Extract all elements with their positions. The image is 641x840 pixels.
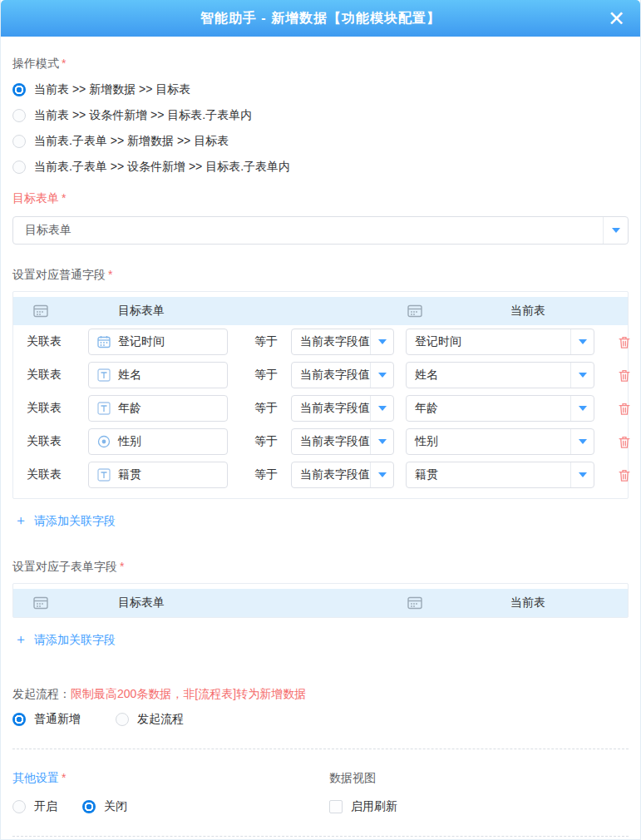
target-field-name: 籍贯 [118, 467, 141, 482]
operation-mode-option-3[interactable]: 当前表.子表单 >> 新增数据 >> 目标表 [12, 134, 629, 149]
target-field-box[interactable]: 籍贯 [88, 462, 228, 488]
plus-icon: ＋ [14, 631, 27, 649]
required-mark: * [62, 191, 66, 205]
table-header: 目标表单 当前表 [13, 589, 628, 617]
delete-row-button[interactable] [618, 335, 631, 349]
table-header: 目标表单 当前表 [13, 297, 628, 325]
target-field-name: 登记时间 [118, 334, 165, 349]
checkbox-icon[interactable] [329, 800, 343, 813]
process-option-flow[interactable]: 发起流程 [116, 712, 184, 727]
enable-refresh-checkbox-row[interactable]: 启用刷新 [329, 799, 629, 814]
target-form-select-value: 目标表单 [13, 223, 603, 238]
radio-icon[interactable] [12, 83, 26, 96]
chevron-down-icon[interactable] [370, 329, 393, 354]
chevron-down-icon[interactable] [570, 462, 594, 487]
source-type-select[interactable]: 当前表字段值 [291, 362, 394, 388]
plus-icon: ＋ [14, 512, 27, 530]
process-option-normal[interactable]: 普通新增 [12, 712, 81, 727]
source-type-select[interactable]: 当前表字段值 [291, 395, 394, 422]
chevron-down-icon[interactable] [370, 363, 393, 388]
delete-row-button[interactable] [618, 368, 631, 383]
column-header-current-table: 当前表 [510, 595, 545, 610]
relation-label: 关联表 [27, 434, 88, 449]
close-icon[interactable]: ✕ [608, 5, 625, 32]
current-field-select[interactable]: 姓名 [406, 362, 594, 388]
column-header-current-table: 当前表 [510, 304, 545, 319]
radio-icon[interactable] [12, 713, 26, 726]
source-type-select[interactable]: 当前表字段值 [291, 428, 394, 455]
operator-label: 等于 [254, 401, 279, 416]
radio-icon[interactable] [12, 161, 26, 174]
radio-icon[interactable] [82, 800, 96, 813]
radio-icon[interactable] [12, 135, 26, 148]
target-form-select[interactable]: 目标表单 [12, 216, 629, 245]
dialog-header: 智能助手 - 新增数据【功能模块配置】 ✕ [1, 0, 640, 37]
radio-field-icon [97, 435, 111, 448]
module-config-dialog: 智能助手 - 新增数据【功能模块配置】 ✕ 操作模式* 当前表 >> 新增数据 … [0, 0, 641, 840]
normal-fields-table: 目标表单 当前表 关联表 登记时间 等于 [12, 291, 629, 499]
chevron-down-icon[interactable] [370, 429, 393, 454]
operator-label: 等于 [254, 467, 279, 482]
mapping-row: 关联表 年龄 等于 当前表字段值 年龄 [13, 392, 628, 425]
required-mark: * [62, 57, 66, 70]
source-type-select[interactable]: 当前表字段值 [291, 329, 394, 355]
current-field-select[interactable]: 籍贯 [406, 462, 594, 488]
source-type-select[interactable]: 当前表字段值 [291, 462, 394, 488]
delete-row-button[interactable] [618, 468, 631, 482]
current-field-select[interactable]: 年龄 [406, 395, 594, 422]
operator-label: 等于 [254, 334, 279, 349]
required-mark: * [120, 560, 124, 573]
other-settings-label: 其他设置* [12, 771, 329, 786]
chevron-down-icon[interactable] [370, 396, 393, 421]
dialog-title: 智能助手 - 新增数据【功能模块配置】 [200, 10, 441, 27]
chevron-down-icon[interactable] [603, 217, 628, 244]
delete-row-button[interactable] [618, 402, 631, 416]
other-settings-option-off[interactable]: 关闭 [82, 799, 127, 814]
radio-icon[interactable] [116, 713, 129, 726]
subform-fields-label: 设置对应子表单字段* [12, 560, 629, 575]
delete-row-button[interactable] [618, 435, 631, 449]
relation-label: 关联表 [27, 334, 88, 349]
radio-icon[interactable] [12, 800, 26, 813]
mapping-row: 关联表 籍贯 等于 当前表字段值 籍贯 [13, 458, 628, 492]
process-label: 发起流程：限制最高200条数据，非[流程表]转为新增数据 [12, 687, 629, 702]
process-warning: 限制最高200条数据，非[流程表]转为新增数据 [71, 687, 306, 700]
data-view-label: 数据视图 [329, 771, 629, 786]
add-subform-relation-field-link[interactable]: ＋ 请添加关联字段 [14, 631, 116, 649]
operation-mode-option-2[interactable]: 当前表 >> 设条件新增 >> 目标表.子表单内 [12, 108, 629, 123]
column-header-target-form: 目标表单 [118, 595, 165, 610]
chevron-down-icon[interactable] [570, 429, 594, 454]
target-field-box[interactable]: 性别 [88, 428, 228, 455]
target-field-name: 性别 [118, 434, 141, 449]
other-settings-option-on[interactable]: 开启 [12, 799, 57, 814]
operation-mode-option-4[interactable]: 当前表.子表单 >> 设条件新增 >> 目标表.子表单内 [12, 160, 629, 175]
target-field-box[interactable]: 姓名 [88, 362, 228, 388]
target-field-box[interactable]: 登记时间 [88, 329, 228, 355]
chevron-down-icon[interactable] [570, 329, 594, 354]
chevron-down-icon[interactable] [570, 363, 594, 388]
target-field-box[interactable]: 年龄 [88, 395, 228, 422]
add-relation-field-link[interactable]: ＋ 请添加关联字段 [14, 512, 116, 530]
chevron-down-icon[interactable] [570, 396, 594, 421]
divider [12, 749, 629, 749]
mapping-row: 关联表 姓名 等于 当前表字段值 姓名 [13, 358, 628, 392]
mapping-row: 关联表 登记时间 等于 当前表字段值 登记时间 [13, 325, 628, 358]
relation-label: 关联表 [27, 467, 88, 482]
current-field-select[interactable]: 登记时间 [406, 329, 594, 355]
form-icon [33, 596, 48, 610]
normal-fields-label: 设置对应普通字段* [12, 268, 629, 283]
relation-label: 关联表 [27, 368, 88, 383]
column-header-target-form: 目标表单 [118, 304, 165, 319]
current-field-select[interactable]: 性别 [406, 428, 594, 455]
operator-label: 等于 [254, 434, 279, 449]
form-icon [33, 304, 48, 318]
radio-icon[interactable] [12, 109, 26, 122]
text-field-icon [97, 468, 111, 482]
operation-mode-option-1[interactable]: 当前表 >> 新增数据 >> 目标表 [12, 82, 629, 97]
form-icon [407, 596, 422, 610]
mapping-row: 关联表 性别 等于 当前表字段值 性别 [13, 425, 628, 458]
target-form-label: 目标表单* [12, 191, 629, 206]
chevron-down-icon[interactable] [370, 462, 393, 487]
target-field-name: 姓名 [118, 368, 141, 383]
divider [12, 836, 629, 837]
